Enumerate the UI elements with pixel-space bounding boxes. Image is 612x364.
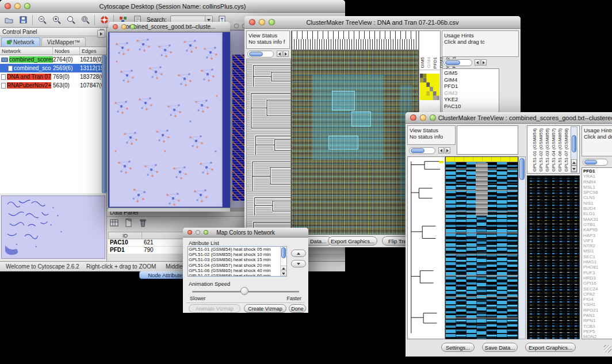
gene-name[interactable]: VIP1 [583,238,612,243]
labels-vscrollbar[interactable] [571,127,577,173]
gene-name[interactable]: RPO21 [583,308,612,313]
slider-thumb[interactable] [445,60,460,65]
zoom-in-icon[interactable] [51,15,62,25]
zoom-slider[interactable] [247,51,274,58]
attribute-option[interactable]: GPL51-01 (GSM854) heat shock 05 min [189,247,280,252]
gene-name[interactable]: TCB3 [583,324,612,329]
slider-right-button[interactable] [481,59,487,66]
gene-name[interactable]: MAK31 [583,217,612,222]
network-row[interactable]: DNA and Tran 07 769(0) 183728(0) [0,72,102,81]
scrollbar-thumb[interactable] [281,247,286,258]
cytoscape-titlebar[interactable]: Cytoscape Desktop (Session Name: collins… [0,0,345,13]
zoom-fit-icon[interactable] [66,15,76,25]
slider-thumb[interactable] [411,148,424,153]
close-button[interactable] [249,19,255,25]
gene-name[interactable]: YRA1 [583,174,612,179]
zoom-window-button[interactable] [130,24,135,29]
zoom-slider[interactable] [409,147,435,154]
tab[interactable]: Network [1,37,40,47]
heatmap-dna[interactable] [291,50,419,235]
zoom-out-icon[interactable] [37,15,47,25]
gene-name[interactable]: YKE2 [444,96,497,103]
slider-left-button[interactable] [438,147,444,154]
gene-name[interactable]: PEP5 [583,329,612,334]
zoom-window-button[interactable] [24,3,30,9]
zoom-window-button[interactable] [204,230,208,235]
gene-name[interactable]: GIM4 [444,76,497,83]
gene-name[interactable]: PAC10 [444,103,497,110]
gene-name[interactable]: ELG1 [583,211,612,216]
open-icon[interactable] [3,15,14,25]
treeview-button[interactable]: Save Data... [482,343,518,352]
attribute-option[interactable]: GPL51-07 (GSM868) heat shock 60 min [189,273,280,277]
scroll-up-button[interactable] [571,159,577,166]
network-overview-pane[interactable] [1,196,105,259]
dialog-button[interactable]: Done [289,304,306,313]
gene-name[interactable]: BUD4 [583,206,612,211]
save-icon[interactable] [18,15,28,25]
slider-right-button[interactable] [445,147,450,154]
gene-name[interactable]: CLN1 [583,195,612,200]
minimize-button[interactable] [14,3,21,9]
network-canvas[interactable] [109,32,223,207]
gene-name[interactable]: GPI16 [583,281,612,286]
attribute-option[interactable]: GPL51-04 (GSM857) heat shock 20 min [189,263,280,268]
heatmap-combined[interactable] [445,156,518,339]
gene-name[interactable]: PFD1 [583,168,612,174]
slider-thumb[interactable] [584,160,597,164]
attribute-option[interactable]: GPL51-06 (GSM865) heat shock 40 min [189,268,280,273]
attribute-option[interactable]: GPL51-03 (GSM856) heat shock 15 min [189,257,280,262]
gene-name[interactable]: MON2 [583,334,612,339]
delete-attribute-icon[interactable] [138,218,148,228]
gene-name[interactable]: YSH1 [583,302,612,307]
minimize-button[interactable] [259,19,265,25]
scroll-down-button[interactable] [281,271,286,276]
network-row[interactable]: combined_scores 2764(0) 16218(0) [0,55,102,64]
zoom-slider[interactable] [443,59,472,66]
scrollbar-thumb[interactable] [519,158,525,180]
minimize-button[interactable] [196,230,200,235]
gene-name[interactable]: SEC1 [583,254,612,259]
network-row[interactable]: combined_sco 2569(6) 13112(15) [0,64,102,72]
dialog-button[interactable]: Animate Vizmap [189,304,240,313]
gene-name[interactable]: GIM5 [444,70,497,76]
resize-grip[interactable] [604,345,611,352]
tab[interactable]: VizMapper™ [41,37,86,47]
scroll-up-button[interactable] [281,266,286,271]
select-attributes-icon[interactable] [109,218,119,228]
attribute-option[interactable]: GPL51-02 (GSM855) heat shock 10 min [189,252,280,257]
row-dendrogram[interactable] [407,156,445,339]
slider-thumb[interactable] [240,287,248,295]
dialog-titlebar[interactable]: Map Colors to Network [183,228,308,237]
move-up-button[interactable] [291,250,306,257]
slider-left-button[interactable] [475,59,480,66]
gene-name[interactable]: CPA2 [583,292,612,297]
new-attribute-icon[interactable] [124,218,133,228]
listbox-scrollbar[interactable] [280,247,286,276]
gene-name[interactable]: PHO81 [583,265,612,270]
slider-thumb[interactable] [249,52,263,56]
gene-name[interactable]: NIS1 [583,201,612,206]
gene-name[interactable]: RPN1 [583,318,612,323]
treeview-dna-titlebar[interactable]: ClusterMaker TreeView : DNA and Tran 07-… [244,16,521,29]
slider-left-button[interactable] [277,51,282,57]
zoom-selected-icon[interactable] [80,15,90,25]
scroll-down-button[interactable] [571,166,577,172]
gene-name[interactable]: HAP3 [583,233,612,238]
zoom-window-button[interactable] [269,19,275,25]
row-dendrogram[interactable] [246,59,291,235]
gene-name[interactable]: PAN1 [583,313,612,318]
scrollbar-thumb[interactable] [572,135,576,152]
gene-name[interactable]: MSL1 [583,185,612,190]
network-row[interactable]: RNAPuberNov2+ 563(0) 107847(0) [0,81,102,90]
zoom-slider[interactable] [583,159,608,166]
treeview-button[interactable]: Export Graphics... [525,343,576,352]
treeview-combined-titlebar[interactable]: ClusterMaker TreeView : combined_scores_… [406,112,612,124]
gene-name[interactable]: GTB1 [583,222,612,227]
gene-name[interactable]: NTR2 [583,243,612,248]
gene-name[interactable]: GIM3 [444,90,497,97]
treeview-button[interactable]: Settings... [441,343,475,352]
gene-name[interactable]: SEC24 [583,286,612,292]
treeview-button[interactable]: Export Graphics... [328,236,377,246]
column-dendrogram[interactable] [291,30,419,50]
